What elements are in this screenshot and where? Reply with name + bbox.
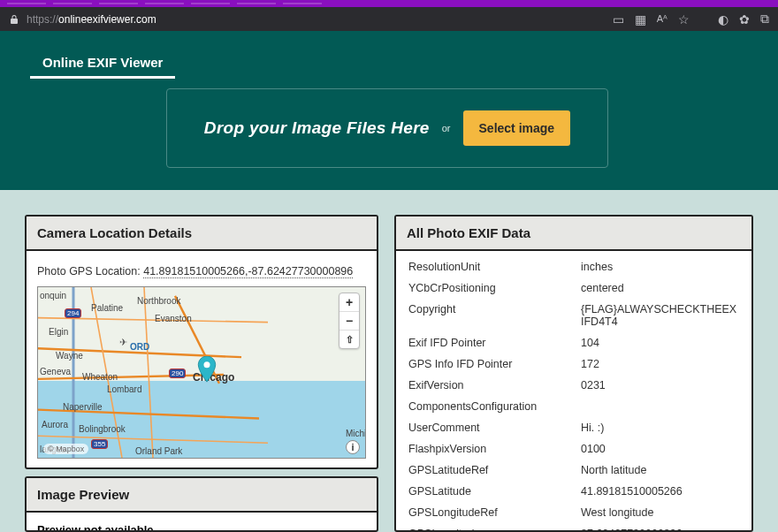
map-label-orland: Orland Park: [135, 446, 182, 456]
drop-zone[interactable]: Drop your Image Files Here or Select ima…: [166, 88, 608, 168]
browser-tab-strip: [0, 0, 778, 7]
image-preview-heading: Image Preview: [27, 478, 377, 513]
text-size-icon[interactable]: Aᴬ: [657, 13, 667, 25]
map-label-naperville: Naperville: [63, 402, 102, 412]
exif-key: ResolutionUnit: [408, 261, 581, 273]
map-label-onquin: onquin: [40, 291, 66, 300]
map-zoom-controls: + − ⇧: [339, 293, 360, 349]
exif-key: GPSLatitudeRef: [408, 464, 581, 476]
exif-row: Exif IFD Pointer104: [396, 332, 751, 353]
map-label-michi: Michi: [346, 429, 366, 438]
exif-key: ExifVersion: [408, 379, 581, 391]
exif-row: ResolutionUnitinches: [396, 256, 751, 277]
map-attribution: © Mapbox: [43, 444, 88, 454]
exif-row: GPSLatitudeRefNorth latitude: [396, 460, 751, 481]
exif-row: ExifVersion0231: [396, 375, 751, 396]
exif-row: UserCommentHi. :): [396, 417, 751, 438]
map-label-palatine: Palatine: [91, 303, 123, 313]
map-label-northbrook: Northbrook: [137, 296, 180, 306]
camera-location-card: Camera Location Details Photo GPS Locati…: [25, 215, 378, 469]
map-label-evanston: Evanston: [155, 314, 192, 323]
exif-val: 104: [581, 337, 739, 349]
exif-val: inches: [581, 261, 739, 273]
lock-icon: [9, 14, 19, 25]
exif-key: GPSLongitudeRef: [408, 506, 581, 519]
url-display[interactable]: https://onlineexifviewer.com: [27, 13, 156, 26]
gps-line: Photo GPS Location: 41.89181510005266,-8…: [37, 265, 366, 277]
zoom-in-button[interactable]: +: [339, 293, 359, 311]
svg-point-9: [203, 361, 210, 368]
exif-key: FlashpixVersion: [408, 443, 581, 455]
exif-val: Hi. :): [581, 422, 739, 434]
map-label-lombard: Lombard: [107, 384, 141, 394]
exif-key: GPSLongitude: [408, 528, 581, 532]
exif-row: Copyright{FLAG}ALWAYSCHECKTHEEXIFD4T4: [396, 299, 751, 332]
svg-line-4: [144, 287, 153, 458]
exif-val: {FLAG}ALWAYSCHECKTHEEXIFD4T4: [581, 303, 739, 328]
shield-icon[interactable]: ◐: [718, 12, 728, 27]
exif-row: GPS Info IFD Pointer172: [396, 353, 751, 375]
map-label-wayne: Wayne: [56, 351, 83, 361]
url-host: onlineexifviewer.com: [58, 13, 156, 26]
screen-icon[interactable]: ▭: [613, 12, 624, 27]
exif-key: GPS Info IFD Pointer: [408, 358, 581, 370]
exif-val: [581, 400, 739, 413]
select-image-button[interactable]: Select image: [463, 110, 571, 146]
gps-coordinates-link[interactable]: 41.89181510005266,-87.62427730000896: [143, 265, 353, 278]
exif-key: ComponentsConfiguration: [408, 400, 581, 413]
map-frame[interactable]: Chicago Evanston Elgin Naperville Aurora…: [37, 286, 366, 459]
exif-data-card: All Photo EXIF Data ResolutionUnitinches…: [394, 215, 753, 532]
exif-key: YCbCrPositioning: [408, 282, 581, 294]
map-marker-icon: [197, 356, 217, 385]
exif-key: Copyright: [408, 303, 581, 328]
map-label-aurora: Aurora: [42, 420, 68, 429]
map-label-bolingbrook: Bolingbrook: [79, 424, 126, 434]
exif-list: ResolutionUnitinches YCbCrPositioningcen…: [396, 251, 751, 532]
url-protocol: https://: [27, 13, 58, 26]
exif-row: ComponentsConfiguration: [396, 396, 751, 417]
collections-icon[interactable]: ⧉: [760, 11, 769, 27]
camera-location-heading: Camera Location Details: [27, 217, 377, 251]
map-label-ord: ORD: [130, 342, 149, 352]
page-title: Online EXIF Viewer: [30, 49, 175, 79]
exif-val: West longitude: [581, 506, 739, 519]
drop-text: Drop your Image Files Here: [204, 118, 430, 138]
exif-key: UserComment: [408, 422, 581, 434]
shield-355-icon: 355: [91, 439, 108, 449]
exif-data-heading: All Photo EXIF Data: [396, 217, 751, 251]
exif-val: 0231: [581, 379, 739, 391]
exif-val: centered: [581, 282, 739, 294]
toolbar-actions: ▭ ▦ Aᴬ ☆ ◐ ✿ ⧉: [613, 11, 769, 27]
content-area: Camera Location Details Photo GPS Locati…: [0, 190, 778, 532]
reset-bearing-button[interactable]: ⇧: [339, 330, 359, 348]
exif-row: GPSLongitude87.62427730000896: [396, 523, 751, 532]
exif-val: 41.89181510005266: [581, 485, 739, 498]
hero-section: Online EXIF Viewer Drop your Image Files…: [0, 31, 778, 190]
exif-key: GPSLatitude: [408, 485, 581, 498]
address-bar: https://onlineexifviewer.com ▭ ▦ Aᴬ ☆ ◐ …: [0, 7, 778, 31]
exif-val: 87.62427730000896: [581, 528, 739, 532]
exif-row: GPSLongitudeRefWest longitude: [396, 502, 751, 523]
airplane-icon: ✈: [119, 337, 127, 348]
gps-label: Photo GPS Location:: [37, 265, 143, 277]
zoom-out-button[interactable]: −: [339, 311, 359, 330]
exif-val: 172: [581, 358, 739, 370]
exif-row: GPSLatitude41.89181510005266: [396, 481, 751, 502]
exif-row: FlashpixVersion0100: [396, 438, 751, 460]
exif-val: 0100: [581, 443, 739, 455]
shield-290-icon: 290: [169, 369, 186, 378]
exif-val: North latitude: [581, 464, 739, 476]
map-label-elgin: Elgin: [49, 327, 68, 337]
exif-key: Exif IFD Pointer: [408, 337, 581, 349]
map-info-button[interactable]: i: [346, 440, 360, 454]
favorite-icon[interactable]: ☆: [678, 12, 690, 27]
extension-icon[interactable]: ✿: [739, 12, 750, 27]
exif-row: YCbCrPositioningcentered: [396, 277, 751, 299]
image-preview-card: Image Preview Preview not available: [25, 476, 378, 532]
or-label: or: [442, 123, 451, 133]
qr-icon[interactable]: ▦: [635, 12, 646, 27]
map-label-geneva: Geneva: [40, 367, 71, 376]
shield-294-icon: 294: [65, 308, 81, 318]
preview-unavailable-text: Preview not available: [27, 513, 377, 532]
map-label-wheaton: Wheaton: [82, 372, 118, 382]
